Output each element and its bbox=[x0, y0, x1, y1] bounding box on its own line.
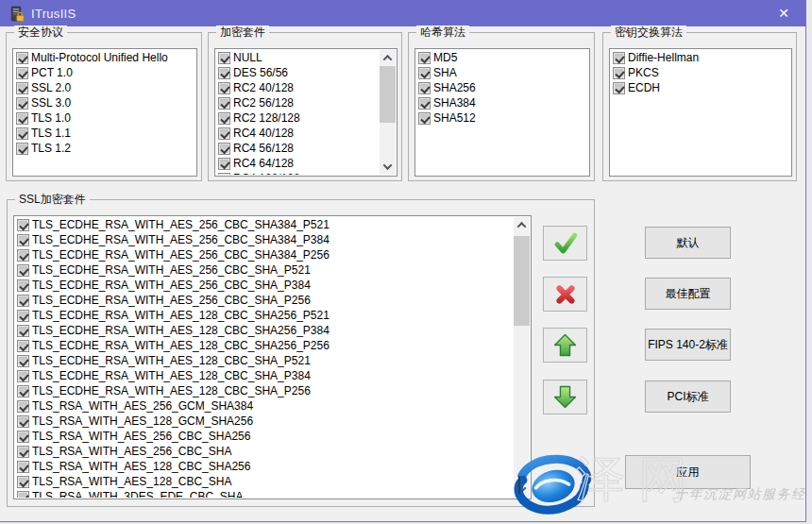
checkbox-checked[interactable] bbox=[218, 97, 230, 110]
checkbox-checked[interactable] bbox=[17, 431, 29, 443]
list-item[interactable]: NULL bbox=[216, 50, 380, 65]
default-button[interactable]: 默认 bbox=[645, 227, 731, 259]
list-item[interactable]: TLS_ECDHE_RSA_WITH_AES_128_CBC_SHA256_P3… bbox=[15, 323, 514, 338]
list-item[interactable]: TLS_ECDHE_RSA_WITH_AES_128_CBC_SHA_P384 bbox=[15, 368, 514, 383]
list-item[interactable]: TLS_ECDHE_RSA_WITH_AES_128_CBC_SHA256_P5… bbox=[15, 308, 514, 323]
checkbox-checked[interactable] bbox=[218, 158, 230, 170]
close-button[interactable]: ✕ bbox=[762, 0, 805, 26]
checkbox-checked[interactable] bbox=[17, 310, 29, 322]
list-item[interactable]: SHA bbox=[416, 65, 588, 80]
checkbox-checked[interactable] bbox=[613, 52, 625, 64]
list-item[interactable]: TLS 1.1 bbox=[14, 126, 195, 141]
checkbox-checked[interactable] bbox=[16, 97, 28, 110]
best-config-button[interactable]: 最佳配置 bbox=[645, 278, 731, 310]
list-item[interactable]: TLS_RSA_WITH_3DES_EDE_CBC_SHA bbox=[15, 489, 514, 498]
list-item[interactable]: TLS_ECDHE_RSA_WITH_AES_128_CBC_SHA_P521 bbox=[15, 353, 514, 368]
list-item[interactable]: TLS_RSA_WITH_AES_128_CBC_SHA bbox=[15, 474, 514, 489]
checkbox-checked[interactable] bbox=[17, 385, 29, 397]
ssl-suites-list[interactable]: TLS_ECDHE_RSA_WITH_AES_256_CBC_SHA384_P5… bbox=[13, 215, 532, 499]
checkbox-checked[interactable] bbox=[17, 355, 29, 367]
checkbox-checked[interactable] bbox=[17, 446, 29, 458]
ciphers-scrollbar[interactable] bbox=[380, 50, 396, 175]
checkbox-checked[interactable] bbox=[16, 82, 28, 94]
list-item[interactable]: TLS_RSA_WITH_AES_128_CBC_SHA256 bbox=[15, 459, 514, 474]
list-item[interactable]: DES 56/56 bbox=[216, 65, 380, 80]
list-item[interactable]: RC4 56/128 bbox=[216, 141, 380, 156]
checkbox-checked[interactable] bbox=[418, 112, 431, 125]
list-item[interactable]: SSL 3.0 bbox=[14, 95, 195, 110]
list-item[interactable]: RC4 128/128 bbox=[216, 171, 380, 175]
key-exchange-list[interactable]: Diffie-Hellman PKCS ECDH bbox=[609, 48, 792, 177]
remove-button[interactable] bbox=[543, 277, 587, 312]
list-item[interactable]: TLS_ECDHE_RSA_WITH_AES_256_CBC_SHA_P521 bbox=[15, 262, 514, 278]
list-item[interactable]: TLS_RSA_WITH_AES_256_GCM_SHA384 bbox=[15, 398, 514, 414]
list-item[interactable]: SHA512 bbox=[416, 110, 588, 126]
checkbox-checked[interactable] bbox=[218, 127, 230, 140]
list-item[interactable]: RC2 56/128 bbox=[216, 95, 380, 110]
checkbox-checked[interactable] bbox=[16, 127, 28, 140]
scroll-up-button[interactable] bbox=[380, 50, 396, 66]
confirm-button[interactable] bbox=[543, 226, 587, 261]
checkbox-checked[interactable] bbox=[17, 476, 29, 488]
list-item[interactable]: RC4 64/128 bbox=[216, 156, 380, 171]
list-item[interactable]: PKCS bbox=[611, 65, 790, 80]
title-bar[interactable]: ITrusIIS ✕ bbox=[0, 0, 805, 26]
checkbox-checked[interactable] bbox=[218, 52, 230, 64]
list-item[interactable]: RC2 128/128 bbox=[216, 110, 380, 126]
list-item[interactable]: TLS 1.0 bbox=[14, 110, 195, 126]
list-item[interactable]: TLS 1.2 bbox=[14, 141, 195, 156]
list-item[interactable]: TLS_ECDHE_RSA_WITH_AES_256_CBC_SHA_P256 bbox=[15, 293, 514, 308]
checkbox-checked[interactable] bbox=[17, 461, 29, 473]
checkbox-checked[interactable] bbox=[218, 112, 230, 125]
checkbox-checked[interactable] bbox=[16, 112, 28, 125]
list-item[interactable]: TLS_ECDHE_RSA_WITH_AES_256_CBC_SHA384_P5… bbox=[15, 217, 514, 232]
checkbox-checked[interactable] bbox=[418, 67, 431, 79]
list-item[interactable]: SHA384 bbox=[416, 95, 588, 110]
hashes-list[interactable]: MD5 SHA SHA256 SHA384 bbox=[414, 48, 590, 177]
list-item[interactable]: PCT 1.0 bbox=[14, 65, 195, 80]
checkbox-checked[interactable] bbox=[17, 340, 29, 352]
scroll-up-button[interactable] bbox=[514, 217, 530, 233]
scroll-down-button[interactable] bbox=[380, 159, 396, 175]
list-item[interactable]: Diffie-Hellman bbox=[611, 50, 790, 65]
checkbox-checked[interactable] bbox=[16, 67, 28, 79]
checkbox-checked[interactable] bbox=[17, 249, 29, 262]
list-item[interactable]: TLS_ECDHE_RSA_WITH_AES_128_CBC_SHA256_P2… bbox=[15, 338, 514, 353]
checkbox-checked[interactable] bbox=[17, 234, 29, 246]
list-item[interactable]: SSL 2.0 bbox=[14, 80, 195, 95]
checkbox-checked[interactable] bbox=[17, 415, 29, 428]
list-item[interactable]: TLS_ECDHE_RSA_WITH_AES_256_CBC_SHA_P384 bbox=[15, 278, 514, 293]
list-item[interactable]: TLS_ECDHE_RSA_WITH_AES_128_CBC_SHA_P256 bbox=[15, 383, 514, 398]
checkbox-checked[interactable] bbox=[218, 173, 230, 176]
checkbox-checked[interactable] bbox=[218, 67, 230, 79]
list-item[interactable]: SHA256 bbox=[416, 80, 588, 95]
list-item[interactable]: Multi-Protocol Unified Hello bbox=[14, 50, 195, 65]
checkbox-checked[interactable] bbox=[613, 67, 625, 79]
list-item[interactable]: TLS_ECDHE_RSA_WITH_AES_256_CBC_SHA384_P3… bbox=[15, 232, 514, 247]
fips-standard-button[interactable]: FIPS 140-2标准 bbox=[645, 329, 731, 361]
scrollbar-thumb[interactable] bbox=[514, 236, 530, 326]
checkbox-checked[interactable] bbox=[218, 143, 230, 155]
protocols-list[interactable]: Multi-Protocol Unified Hello PCT 1.0 SSL… bbox=[12, 48, 197, 177]
checkbox-checked[interactable] bbox=[17, 264, 29, 277]
checkbox-checked[interactable] bbox=[17, 219, 29, 231]
checkbox-checked[interactable] bbox=[17, 325, 29, 337]
list-item[interactable]: TLS_RSA_WITH_AES_128_GCM_SHA256 bbox=[15, 414, 514, 429]
checkbox-checked[interactable] bbox=[17, 370, 29, 382]
checkbox-checked[interactable] bbox=[418, 97, 431, 110]
checkbox-checked[interactable] bbox=[418, 52, 431, 64]
list-item[interactable]: RC2 40/128 bbox=[216, 80, 380, 95]
checkbox-checked[interactable] bbox=[218, 82, 230, 94]
pci-standard-button[interactable]: PCI标准 bbox=[645, 380, 731, 413]
ciphers-list[interactable]: NULL DES 56/56 RC2 40/128 RC2 56 bbox=[214, 48, 398, 177]
list-item[interactable]: TLS_RSA_WITH_AES_256_CBC_SHA bbox=[15, 444, 514, 459]
checkbox-checked[interactable] bbox=[17, 279, 29, 292]
checkbox-checked[interactable] bbox=[17, 491, 29, 499]
checkbox-checked[interactable] bbox=[16, 143, 28, 155]
scrollbar-thumb[interactable] bbox=[380, 66, 396, 123]
list-item[interactable]: TLS_RSA_WITH_AES_256_CBC_SHA256 bbox=[15, 429, 514, 444]
checkbox-checked[interactable] bbox=[613, 82, 625, 94]
move-down-button[interactable] bbox=[543, 380, 587, 414]
checkbox-checked[interactable] bbox=[418, 82, 431, 94]
list-item[interactable]: ECDH bbox=[611, 80, 790, 95]
